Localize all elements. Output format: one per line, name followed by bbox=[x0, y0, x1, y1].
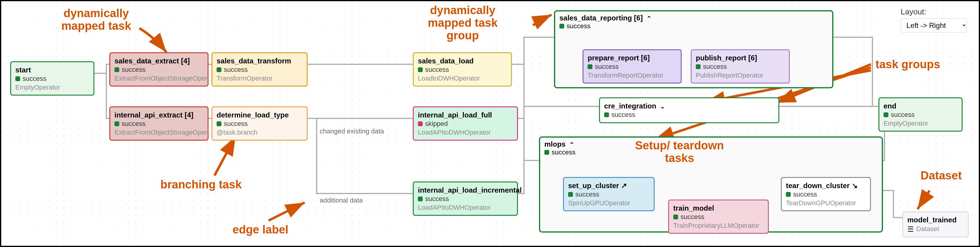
status-text: success bbox=[224, 120, 248, 128]
operator-name: LoadAPItoDWHOperator bbox=[418, 204, 513, 212]
task-title: prepare_report [6] bbox=[588, 53, 676, 62]
dataset-type: Dataset bbox=[916, 225, 939, 233]
task-title: internal_api_load_full bbox=[418, 110, 513, 120]
task-internal-api-load-incremental[interactable]: internal_api_load_incremental success Lo… bbox=[413, 182, 518, 216]
operator-name: LoadAPItoDWHOperator bbox=[418, 128, 513, 137]
task-tear-down-cluster[interactable]: tear_down_cluster ↘ success TearDownGPUO… bbox=[781, 177, 871, 211]
annotation-setup-teardown: Setup/ teardowntasks bbox=[635, 139, 724, 165]
status-text: success bbox=[611, 111, 635, 119]
status-text: success bbox=[22, 75, 46, 83]
operator-name: TransformReportOperator bbox=[588, 71, 676, 80]
task-title: train_model bbox=[673, 204, 764, 213]
layout-select[interactable]: Left -> Right bbox=[901, 18, 967, 32]
graph-canvas[interactable]: Layout: Left -> Right dynamicallymapped … bbox=[0, 0, 980, 247]
group-cre-integration-collapsed[interactable]: cre_integration ⌄ success bbox=[599, 97, 779, 123]
annotation-edge-label: edge label bbox=[232, 223, 288, 236]
dataset-icon: ☰ bbox=[907, 225, 914, 234]
operator-name: TearDownGPUOperator bbox=[786, 199, 866, 208]
operator-name: @task.branch bbox=[216, 128, 302, 137]
edge-label-changed: changed existing data bbox=[320, 127, 384, 135]
operator-name: TransformOperator bbox=[216, 74, 302, 83]
status-text: success bbox=[122, 65, 145, 74]
status-text: success bbox=[793, 190, 817, 199]
status-text: success bbox=[425, 195, 449, 204]
task-publish-report[interactable]: publish_report [6] success PublishReport… bbox=[691, 49, 790, 83]
status-text: success bbox=[575, 190, 599, 199]
collapse-icon[interactable]: ⌃ bbox=[646, 15, 652, 22]
status-text: success bbox=[224, 65, 248, 74]
task-sales-data-transform[interactable]: sales_data_transform success TransformOp… bbox=[212, 52, 308, 86]
status-text: success bbox=[595, 62, 619, 71]
status-text: success bbox=[566, 22, 590, 30]
operator-name: PublishReportOperator bbox=[696, 71, 785, 80]
status-text: skipped bbox=[425, 120, 448, 128]
task-title: set_up_cluster ↗ bbox=[568, 181, 649, 190]
dataset-model-trained[interactable]: model_trained ☰Dataset bbox=[902, 212, 969, 237]
task-sales-data-load[interactable]: sales_data_load success LoadtoDWHOperato… bbox=[413, 52, 512, 86]
edge-label-additional: additional data bbox=[320, 196, 363, 204]
task-internal-api-load-full[interactable]: internal_api_load_full skipped LoadAPIto… bbox=[413, 106, 518, 141]
task-title: cre_integration bbox=[604, 102, 656, 110]
status-text: success bbox=[425, 65, 449, 74]
collapse-icon[interactable]: ⌃ bbox=[569, 141, 574, 148]
task-title: sales_data_load bbox=[418, 56, 507, 65]
operator-name: SpinUpGPUOperator bbox=[568, 199, 649, 208]
layout-control: Layout: Left -> Right bbox=[901, 7, 967, 32]
annotation-dynamic-task: dynamicallymapped task bbox=[61, 7, 131, 32]
operator-name: TrainProprietaryLLMOperator bbox=[673, 222, 764, 230]
operator-name: EmptyOperator bbox=[884, 119, 958, 128]
operator-name: LoadtoDWHOperator bbox=[418, 74, 507, 83]
task-prepare-report[interactable]: prepare_report [6] success TransformRepo… bbox=[582, 49, 682, 83]
task-start[interactable]: start success EmptyOperator bbox=[10, 61, 94, 96]
group-title: sales_data_reporting [6] bbox=[559, 14, 643, 22]
layout-label: Layout: bbox=[901, 7, 967, 16]
task-internal-api-extract[interactable]: internal_api_extract [4] success Extract… bbox=[109, 106, 208, 141]
operator-name: EmptyOperator bbox=[15, 83, 89, 92]
annotation-dataset: Dataset bbox=[921, 169, 962, 182]
operator-name: ExtractFromObjectStorageOper... bbox=[115, 128, 204, 137]
task-sales-data-extract[interactable]: sales_data_extract [4] success ExtractFr… bbox=[109, 52, 208, 86]
annotation-task-groups: task groups bbox=[875, 58, 940, 71]
expand-icon[interactable]: ⌄ bbox=[660, 103, 665, 110]
task-end[interactable]: end success EmptyOperator bbox=[878, 97, 963, 132]
status-text: success bbox=[681, 213, 704, 222]
status-text: success bbox=[891, 111, 915, 119]
task-title: start bbox=[15, 65, 89, 75]
annotation-dynamic-group: dynamicallymapped taskgroup bbox=[428, 4, 498, 42]
task-title: sales_data_extract [4] bbox=[115, 56, 204, 65]
task-title: internal_api_extract [4] bbox=[115, 110, 204, 120]
task-set-up-cluster[interactable]: set_up_cluster ↗ success SpinUpGPUOperat… bbox=[563, 177, 655, 211]
status-text: success bbox=[122, 120, 145, 128]
task-title: publish_report [6] bbox=[696, 53, 785, 62]
status-text: success bbox=[703, 62, 727, 71]
status-text: success bbox=[552, 148, 575, 156]
task-title: determine_load_type bbox=[216, 110, 302, 120]
group-title: mlops bbox=[544, 140, 566, 148]
annotation-branching: branching task bbox=[161, 178, 242, 191]
task-title: end bbox=[884, 101, 958, 111]
task-determine-load-type[interactable]: determine_load_type success @task.branch bbox=[212, 106, 308, 141]
task-title: tear_down_cluster ↘ bbox=[786, 181, 866, 190]
task-title: internal_api_load_incremental bbox=[418, 185, 513, 195]
dataset-title: model_trained bbox=[907, 215, 964, 225]
operator-name: ExtractFromObjectStorageOper... bbox=[115, 74, 204, 83]
task-title: sales_data_transform bbox=[216, 56, 302, 65]
task-train-model[interactable]: train_model success TrainProprietaryLLMO… bbox=[668, 199, 769, 234]
